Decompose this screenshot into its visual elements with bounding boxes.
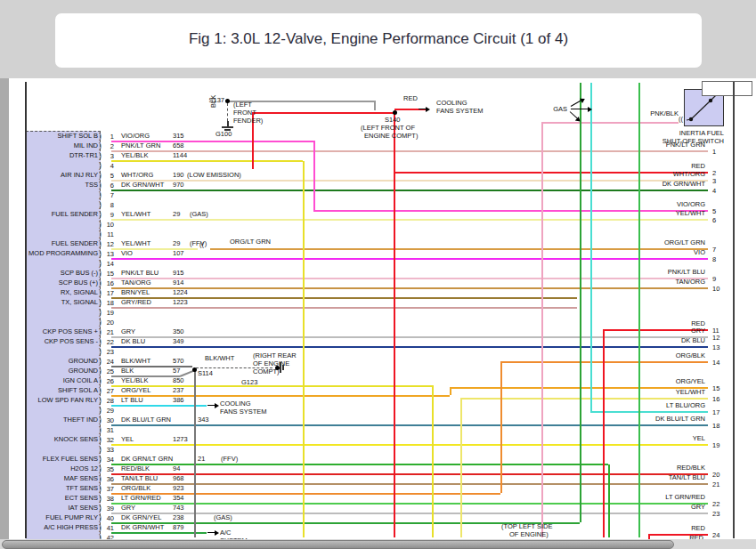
row-connector-arc: ): [99, 406, 102, 415]
circuit-wire: [111, 513, 708, 514]
circuit-wire: [111, 287, 708, 289]
annotation-label: BLK/WHT: [205, 355, 234, 362]
row-circuit-number: 107: [173, 250, 184, 257]
row-number: 38: [103, 495, 114, 503]
row-circuit-number: 914: [173, 279, 184, 287]
row-circuit-number: 29: [173, 240, 180, 247]
row-circuit-number: 190: [173, 172, 184, 179]
circuit-wire: [111, 424, 708, 426]
row-connector-arc: ): [99, 318, 102, 327]
row-number: 21: [103, 328, 114, 336]
row-note: (FFV): [221, 456, 238, 463]
pin-number: 8: [712, 255, 727, 263]
annotation-label: OF ENGINE): [509, 531, 549, 538]
circuit-wire: [590, 411, 708, 413]
row-circuit-number: 1224: [173, 289, 188, 296]
row-wire-color-label: BLK: [121, 367, 134, 375]
row-number: 7: [103, 191, 114, 199]
annotation-label: (LEFT: [233, 101, 252, 109]
annotation-label: INERTIA FUEL: [653, 130, 724, 137]
sidebar-label: FUEL PUMP RLY: [27, 514, 98, 521]
annotation-label: G123: [241, 379, 257, 386]
circuit-wire: [111, 464, 608, 465]
row-wire-color-label: YEL/WHT: [121, 240, 150, 247]
row-number: 40: [103, 514, 114, 522]
row-number: 13: [103, 250, 114, 258]
circuit-wire: [500, 361, 502, 493]
circuit-wire: [111, 444, 708, 446]
pin-number: 4: [712, 187, 727, 195]
row-connector-arc: ): [99, 259, 102, 268]
sidebar-label: FLEX FUEL SENS: [27, 456, 98, 463]
row-number: 1: [103, 133, 114, 141]
diagram-left-border: [25, 82, 27, 538]
row-wire-color-label: DK GRN/WHT: [121, 182, 164, 189]
row-circuit-number: 570: [173, 358, 184, 365]
row-number: 35: [103, 465, 114, 473]
row-number: 37: [103, 485, 114, 493]
pin-number: 20: [712, 471, 727, 479]
sidebar-label: SHIFT SOL B: [27, 133, 98, 140]
junction-dot: [225, 99, 230, 103]
circuit-wire: [111, 219, 708, 221]
row-connector-arc: ): [99, 298, 102, 307]
sidebar-label: KNOCK SENS: [27, 436, 98, 443]
row-connector-arc: ): [99, 513, 102, 522]
pin-number: 13: [712, 343, 727, 351]
row-number: 5: [103, 172, 114, 180]
sidebar-label: MAF SENS: [27, 475, 98, 482]
row-circuit-number: 1223: [173, 299, 188, 306]
circuit-wire: [111, 150, 708, 152]
arrowhead-icon: [426, 107, 430, 112]
row-connector-arc: ): [99, 308, 102, 317]
row-connector-arc: ): [99, 464, 102, 473]
row-connector-arc: ): [99, 141, 102, 150]
circuit-wire: [111, 258, 708, 260]
annotation-label: A/C: [220, 529, 232, 537]
row-connector-arc: ): [99, 327, 102, 336]
row-circuit-number: 354: [173, 495, 184, 502]
pin-wire-color-label: PNK/LT GRN: [598, 141, 705, 149]
circuit-wire: [111, 405, 207, 407]
wiring-diagram-canvas: 1)SHIFT SOL BVIO/ORG3152)MIL INDPNK/LT G…: [9, 78, 756, 549]
sidebar-label: FUEL SENDER: [27, 240, 98, 247]
row-wire-color-label: ORG/YEL: [121, 387, 150, 394]
annotation-label: (TOP LEFT SIDE: [501, 523, 553, 530]
row-circuit-number: 238: [173, 514, 184, 521]
row-wire-color-label: LT BLU: [121, 397, 143, 404]
row-number: 25: [103, 367, 114, 375]
row-number: 20: [103, 319, 114, 327]
row-circuit-number: 94: [173, 465, 180, 472]
sidebar-label: GROUND: [27, 358, 98, 365]
row-number: 26: [103, 377, 114, 385]
row-connector-arc: ): [99, 494, 102, 503]
circuit-wire: [111, 160, 303, 162]
pin-wire-color-label: YEL: [598, 435, 705, 442]
horizontal-scrollbar-thumb[interactable]: [2, 540, 674, 549]
sidebar-label: THEFT IND: [27, 416, 98, 424]
annotation-label: FANS SYSTEM: [436, 108, 484, 115]
row-wire-color-label: DK GRN/YEL: [121, 514, 161, 521]
row-wire-color-label: LT GRN/RED: [121, 495, 161, 502]
sidebar-label: IAT SENS: [27, 505, 98, 512]
row-connector-arc: ): [99, 386, 102, 395]
row-number: 39: [103, 505, 114, 513]
row-connector-arc: ): [99, 132, 102, 141]
sidebar-label: SCP BUS (+): [27, 279, 98, 287]
title-card: Fig 1: 3.0L 12-Valve, Engine Performance…: [55, 13, 702, 68]
row-connector-arc: ): [99, 190, 102, 199]
flow-arrow-icon: [207, 532, 215, 533]
row-circuit-number: 970: [173, 182, 184, 189]
pin-wire-color-label: RED: [598, 525, 705, 532]
pin-number: 15: [712, 384, 727, 392]
sidebar-label: DTR-TR1: [27, 152, 98, 159]
row-number: 41: [103, 524, 114, 532]
pin-wire-color-label: RED: [598, 163, 705, 170]
row-wire-color-label: WHT/ORG: [121, 172, 153, 179]
annotation-label: ((: [199, 241, 204, 248]
row-connector-arc: ): [99, 367, 102, 375]
pin-wire-color-label: TAN/LT BLU: [598, 474, 705, 481]
pin-wire-color-label: ORG/LT GRN: [598, 239, 705, 246]
sidebar-label: TX, SIGNAL: [27, 299, 98, 306]
row-connector-arc: ): [99, 425, 102, 434]
